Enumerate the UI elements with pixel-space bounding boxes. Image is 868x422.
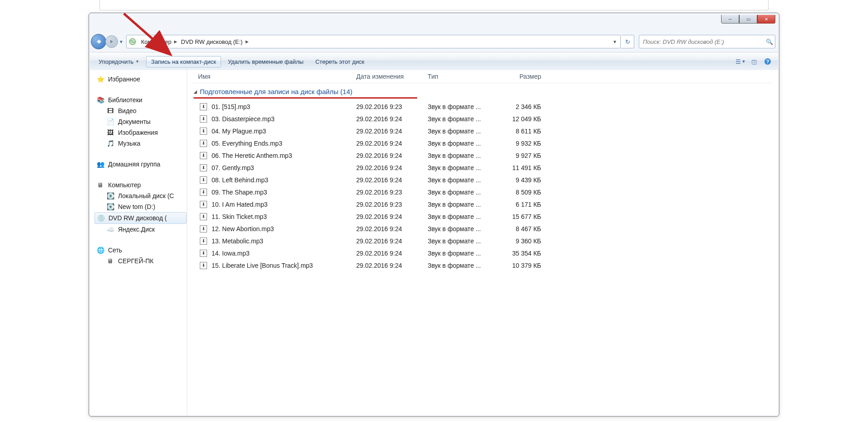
file-name: 08. Left Behind.mp3 <box>212 176 268 184</box>
breadcrumb-computer[interactable]: Компьютер▶ <box>139 35 179 48</box>
maximize-button[interactable]: ▭ <box>739 15 757 24</box>
sidebar-new-tom-d[interactable]: 💽New tom (D:) <box>96 201 187 212</box>
file-size: 35 354 КБ <box>498 250 544 257</box>
file-size: 8 467 КБ <box>498 225 544 232</box>
picture-icon: 🖼 <box>106 128 114 137</box>
browser-top-strip <box>99 0 769 10</box>
view-options-button[interactable]: ☰▼ <box>734 56 747 67</box>
file-group-header[interactable]: ◢ Подготовленные для записи на диск файл… <box>193 88 773 95</box>
delete-temp-files-button[interactable]: Удалить временные файлы <box>223 56 308 67</box>
file-row[interactable]: ⬇06. The Heretic Anthem.mp329.02.2016 9:… <box>193 149 773 161</box>
column-label: Размер <box>519 73 541 80</box>
file-date: 29.02.2016 9:24 <box>356 115 428 123</box>
file-row[interactable]: ⬇15. Liberate Live [Bonus Track].mp329.0… <box>193 259 773 271</box>
address-dropdown[interactable]: ▼ <box>611 39 618 44</box>
erase-label: Стереть этот диск <box>315 58 364 65</box>
file-type: Звук в формате ... <box>428 189 498 196</box>
file-size: 9 927 КБ <box>498 152 544 159</box>
nav-history-dropdown[interactable]: ▼ <box>118 39 124 44</box>
sidebar-favorites[interactable]: ⭐Избранное <box>96 74 187 85</box>
file-date: 29.02.2016 9:24 <box>356 176 428 184</box>
breadcrumb-dvd[interactable]: DVD RW дисковод (E:)▶ <box>179 35 250 48</box>
sidebar-libraries[interactable]: 📚Библиотеки <box>96 95 187 105</box>
svg-text:?: ? <box>766 59 769 64</box>
nav-forward-button[interactable] <box>105 35 118 48</box>
sidebar-label: Домашняя группа <box>108 161 160 168</box>
sidebar-documents[interactable]: 📄Документы <box>96 116 187 127</box>
file-date: 29.02.2016 9:24 <box>356 164 428 171</box>
preview-pane-button[interactable]: ◫ <box>747 56 761 67</box>
sidebar-label: Избранное <box>108 76 140 83</box>
file-size: 9 932 КБ <box>498 140 544 147</box>
burn-to-disc-button[interactable]: Запись на компакт-диск <box>146 56 221 67</box>
file-type: Звук в формате ... <box>428 152 498 159</box>
sidebar-label: Видео <box>118 107 137 114</box>
file-burn-icon: ⬇ <box>200 140 207 147</box>
file-name: 11. Skin Ticket.mp3 <box>212 213 267 220</box>
file-row[interactable]: ⬇04. My Plague.mp329.02.2016 9:24Звук в … <box>193 125 773 137</box>
file-name: 07. Gently.mp3 <box>212 164 254 171</box>
column-label: Тип <box>428 73 438 80</box>
file-name: 05. Everything Ends.mp3 <box>212 140 282 147</box>
file-name: 06. The Heretic Anthem.mp3 <box>212 152 292 159</box>
file-size: 2 346 КБ <box>498 103 544 110</box>
file-burn-icon: ⬇ <box>200 176 207 184</box>
help-button[interactable]: ? <box>761 56 774 67</box>
sidebar-label: Компьютер <box>108 181 141 189</box>
sidebar-label: Локальный диск (C <box>118 192 174 199</box>
sidebar-dvd-drive[interactable]: 💿DVD RW дисковод ( <box>94 212 187 224</box>
sidebar-network[interactable]: 🌐Сеть <box>96 245 187 256</box>
file-row[interactable]: ⬇11. Skin Ticket.mp329.02.2016 9:24Звук … <box>193 210 773 223</box>
address-bar[interactable]: Компьютер▶ DVD RW дисковод (E:)▶ ▼ <box>126 35 621 48</box>
sidebar-yandex-disk[interactable]: ☁️Яндекс.Диск <box>96 224 187 235</box>
file-size: 6 171 КБ <box>498 201 544 208</box>
sidebar-videos[interactable]: 🎞Видео <box>96 105 187 116</box>
sidebar-label: Документы <box>118 118 151 125</box>
chevron-right-icon: ▶ <box>245 39 249 44</box>
organize-button[interactable]: Упорядочить ▼ <box>94 56 144 67</box>
file-row[interactable]: ⬇08. Left Behind.mp329.02.2016 9:24Звук … <box>193 174 773 186</box>
column-name[interactable]: Имя <box>193 73 356 80</box>
close-button[interactable]: ✕ <box>757 15 775 24</box>
file-row[interactable]: ⬇03. Disasterpiece.mp329.02.2016 9:24Зву… <box>193 113 773 125</box>
file-row[interactable]: ⬇01. [515].mp329.02.2016 9:23Звук в форм… <box>193 100 773 113</box>
minimize-button[interactable]: ─ <box>721 15 739 24</box>
delete-temp-label: Удалить временные файлы <box>228 58 303 65</box>
search-icon: 🔍 <box>764 38 775 45</box>
star-icon: ⭐ <box>96 75 104 83</box>
file-row[interactable]: ⬇13. Metabolic.mp329.02.2016 9:24Звук в … <box>193 235 773 247</box>
sidebar-music[interactable]: 🎵Музыка <box>96 138 187 149</box>
nav-back-button[interactable] <box>91 34 106 49</box>
file-row[interactable]: ⬇05. Everything Ends.mp329.02.2016 9:24З… <box>193 137 773 149</box>
column-date[interactable]: Дата изменения <box>356 73 428 80</box>
file-row[interactable]: ⬇09. The Shape.mp329.02.2016 9:23Звук в … <box>193 186 773 198</box>
location-icon <box>128 38 137 46</box>
sidebar-pictures[interactable]: 🖼Изображения <box>96 127 187 138</box>
file-burn-icon: ⬇ <box>200 115 207 123</box>
file-burn-icon: ⬇ <box>200 128 207 135</box>
erase-disc-button[interactable]: Стереть этот диск <box>310 56 369 67</box>
column-headers: Имя Дата изменения Тип Размер <box>193 70 773 83</box>
file-date: 29.02.2016 9:23 <box>356 103 428 110</box>
sidebar-computer[interactable]: 🖥Компьютер <box>96 180 187 190</box>
column-type[interactable]: Тип <box>428 73 498 80</box>
file-row[interactable]: ⬇14. Iowa.mp329.02.2016 9:24Звук в форма… <box>193 247 773 259</box>
search-input[interactable] <box>639 38 764 45</box>
group-header-label: Подготовленные для записи на диск файлы … <box>200 88 352 95</box>
file-type: Звук в формате ... <box>428 176 498 184</box>
sidebar-homegroup[interactable]: 👥Домашняя группа <box>96 159 187 170</box>
file-row[interactable]: ⬇12. New Abortion.mp329.02.2016 9:24Звук… <box>193 223 773 235</box>
disc-icon: 💿 <box>97 214 105 222</box>
sidebar-local-disk-c[interactable]: 💽Локальный диск (C <box>96 190 187 201</box>
file-row[interactable]: ⬇07. Gently.mp329.02.2016 9:24Звук в фор… <box>193 161 773 174</box>
search-box[interactable]: 🔍 <box>639 35 775 48</box>
sidebar-sergey-pc[interactable]: 🖥СЕРГЕЙ-ПК <box>96 256 187 266</box>
refresh-button[interactable]: ↻ <box>621 35 634 48</box>
file-name: 01. [515].mp3 <box>212 103 250 110</box>
file-burn-icon: ⬇ <box>200 237 207 245</box>
toolbar: Упорядочить ▼ Запись на компакт-диск Уда… <box>90 52 778 71</box>
column-size[interactable]: Размер <box>498 73 544 80</box>
file-name: 13. Metabolic.mp3 <box>212 237 263 245</box>
file-row[interactable]: ⬇10. I Am Hated.mp329.02.2016 9:23Звук в… <box>193 198 773 210</box>
file-date: 29.02.2016 9:24 <box>356 140 428 147</box>
